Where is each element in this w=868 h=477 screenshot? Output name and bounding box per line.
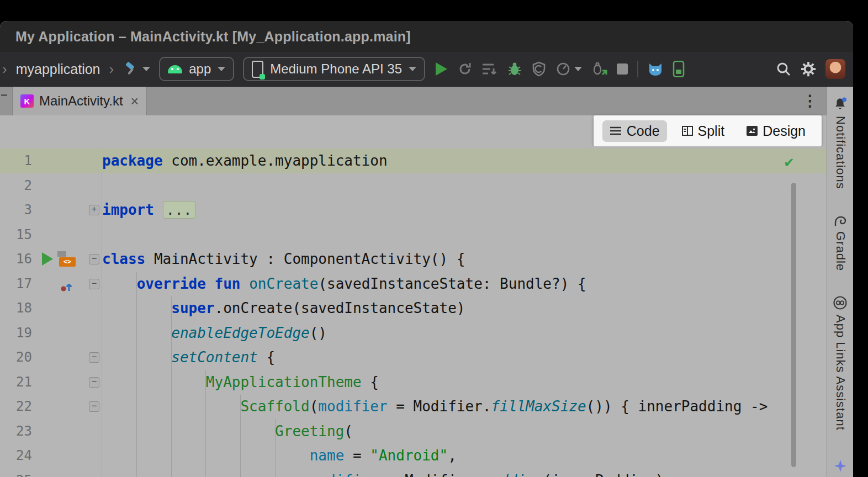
gutter-cell[interactable]: 19 [0, 321, 102, 346]
apply-changes-button[interactable] [457, 61, 473, 77]
run-config-select[interactable]: app [159, 57, 234, 81]
apply-changes-icon [457, 61, 473, 77]
gutter-cell[interactable]: 15 [0, 222, 102, 247]
device-select[interactable]: Medium Phone API 35 [243, 57, 425, 81]
chevron-down-icon [142, 67, 150, 71]
gutter-cell[interactable]: 18 [0, 296, 102, 321]
window-title: My Application – MainActivity.kt [My_App… [15, 29, 411, 45]
stop-button[interactable] [616, 63, 628, 75]
code-line[interactable]: 2 [0, 173, 827, 198]
code-text: enableEdgeToEdge() [102, 321, 327, 346]
split-view-icon [682, 126, 693, 136]
view-mode-split[interactable]: Split [675, 120, 732, 142]
gutter-cell[interactable]: 22− [0, 394, 102, 419]
project-breadcrumb[interactable]: myapplication [16, 61, 100, 77]
settings-button[interactable] [800, 61, 817, 77]
code-line[interactable]: 15 [0, 222, 827, 247]
gear-icon [800, 61, 817, 77]
device-manager-button[interactable] [673, 61, 685, 77]
logcat-button[interactable] [647, 61, 664, 77]
stop-icon [616, 63, 628, 75]
code-line[interactable]: 25 modifier = Modifier.padding(innerPadd… [0, 468, 827, 477]
tab-options-kebab-icon[interactable]: ⋮ [802, 93, 818, 109]
view-mode-design[interactable]: Design [739, 120, 813, 142]
fold-toggle[interactable]: − [89, 377, 99, 388]
editor-tab-bar: K MainActivity.kt × ⋮ [0, 87, 827, 115]
gutter-cell[interactable]: 3+ [0, 198, 102, 222]
logcat-icon [647, 61, 664, 77]
code-text: setContent { [102, 345, 275, 370]
inspection-ok-icon[interactable]: ✔ [785, 153, 793, 170]
code-line[interactable]: 1package com.example.myapplication [0, 149, 827, 173]
screen-record-button[interactable] [555, 61, 582, 77]
user-avatar-button[interactable] [825, 59, 845, 79]
gemini-assistant-button[interactable] [834, 459, 847, 473]
gutter-cell[interactable]: 17− [0, 272, 102, 296]
gutter-cell[interactable]: 16<>− [0, 247, 102, 272]
code-line[interactable]: 24 name = "Android", [0, 443, 827, 468]
gutter-cell[interactable]: 24 [0, 443, 102, 468]
search-icon [776, 61, 791, 77]
code-editor[interactable]: 1package com.example.myapplication23+imp… [0, 146, 827, 477]
screenshot-root: My Application – MainActivity.kt [My_App… [0, 0, 868, 477]
tab-close-icon[interactable]: × [131, 93, 139, 109]
app-links-icon [833, 295, 848, 310]
view-mode-toggle: Code Split [594, 115, 822, 146]
run-gutter-icon[interactable] [42, 252, 53, 266]
chevron-right-icon: › [109, 62, 114, 76]
tool-window-label: Notifications [833, 116, 848, 189]
code-line[interactable]: 21− MyApplicationTheme { [0, 370, 827, 395]
tool-window-notifications[interactable]: Notifications [833, 97, 848, 189]
fold-toggle[interactable]: − [89, 279, 99, 289]
main-area: K MainActivity.kt × ⋮ Code [0, 87, 853, 477]
line-number: 25 [0, 468, 32, 477]
code-line[interactable]: 22− Scaffold(modifier = Modifier.fillMax… [0, 394, 827, 419]
code-view-icon [610, 126, 622, 136]
device-label: Medium Phone API 35 [270, 61, 402, 77]
left-stripe-notch[interactable] [1, 94, 7, 96]
code-line[interactable]: 20− setContent { [0, 345, 827, 370]
tool-window-gradle[interactable]: Gradle [833, 214, 848, 271]
gutter-cell[interactable]: 23 [0, 419, 102, 444]
gutter-cell[interactable]: 21− [0, 370, 102, 395]
chevron-down-icon [409, 67, 416, 71]
fold-toggle[interactable]: − [89, 352, 99, 363]
gutter-cell[interactable]: 2 [0, 173, 102, 198]
gutter-cell[interactable]: 1 [0, 149, 102, 173]
profiler-button[interactable] [531, 61, 547, 77]
compose-component-icon[interactable]: <> [57, 251, 76, 267]
gutter-cell[interactable]: 25 [0, 468, 102, 477]
tool-window-app-links-assistant[interactable]: App Links Assistant [833, 295, 848, 431]
code-line[interactable]: 19 enableEdgeToEdge() [0, 321, 827, 346]
tab-mainactivity[interactable]: K MainActivity.kt × [12, 87, 147, 115]
gutter-cell[interactable]: 20− [0, 345, 102, 370]
line-number: 17 [0, 272, 32, 296]
vertical-scrollbar[interactable] [791, 183, 796, 467]
line-number: 2 [0, 173, 32, 198]
line-number: 21 [0, 370, 32, 395]
line-number: 1 [0, 149, 32, 173]
toolbar-separator [637, 61, 638, 77]
code-line[interactable]: 17− override fun onCreate(savedInstanceS… [0, 272, 827, 296]
fold-toggle[interactable]: + [89, 205, 99, 215]
view-mode-code[interactable]: Code [602, 120, 667, 142]
fold-toggle[interactable]: − [89, 254, 99, 264]
profiler-icon [531, 61, 547, 77]
run-icon [434, 61, 448, 77]
line-number: 23 [0, 419, 32, 444]
attach-debugger-button[interactable] [591, 61, 607, 77]
apply-code-changes-button[interactable] [481, 62, 498, 76]
debug-button[interactable] [507, 61, 522, 77]
attach-debugger-icon [591, 61, 607, 77]
search-everywhere-button[interactable] [776, 61, 791, 77]
bell-icon [833, 97, 848, 112]
gradle-build-button[interactable] [123, 61, 150, 77]
title-bar: My Application – MainActivity.kt [My_App… [0, 21, 853, 52]
run-button[interactable] [434, 61, 448, 77]
code-line[interactable]: 3+import ... [0, 198, 827, 222]
code-text: Greeting( [102, 419, 353, 444]
code-line[interactable]: 18 super.onCreate(savedInstanceState) [0, 296, 827, 321]
code-line[interactable]: 23 Greeting( [0, 419, 827, 444]
code-line[interactable]: 16<>−class MainActivity : ComponentActiv… [0, 247, 827, 272]
fold-toggle[interactable]: − [89, 401, 99, 412]
